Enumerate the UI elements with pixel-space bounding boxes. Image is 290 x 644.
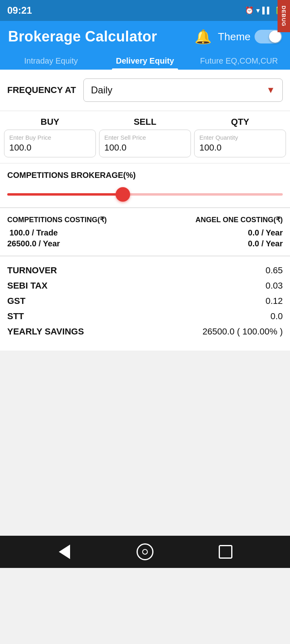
buy-column: BUY Enter Buy Price 100.0 <box>4 117 96 157</box>
savings-label: YEARLY SAVINGS <box>7 326 84 337</box>
sell-value: 100.0 <box>104 142 186 153</box>
turnover-label: TURNOVER <box>7 265 57 276</box>
stats-section: TURNOVER 0.65 SEBI TAX 0.03 GST 0.12 STT… <box>0 256 290 351</box>
frequency-row: FREQUENCY AT Daily ▼ <box>0 70 290 111</box>
competitions-costing-title: COMPETITIONS COSTING(₹) <box>7 215 107 224</box>
toggle-knob <box>269 31 281 43</box>
tab-bar: Intraday Equity Delivery Equity Future E… <box>0 51 290 70</box>
alarm-icon: ⏰ <box>245 6 254 15</box>
app-title: Brokerage Calculator <box>8 28 157 45</box>
turnover-value: 0.65 <box>265 265 283 276</box>
angel-value-year-1: 0.0 / Year <box>248 228 283 237</box>
tab-future-eq[interactable]: Future EQ,COM,CUR <box>192 51 286 70</box>
stt-value: 0.0 <box>270 311 283 322</box>
sebi-label: SEBI TAX <box>7 281 48 291</box>
sell-input-box[interactable]: Enter Sell Price 100.0 <box>99 130 191 157</box>
sell-placeholder: Enter Sell Price <box>104 134 186 141</box>
home-icon-inner <box>142 549 148 555</box>
competitions-value-trade: 100.0 / Trade <box>9 228 58 237</box>
tab-intraday-equity[interactable]: Intraday Equity <box>4 51 98 70</box>
time-display: 09:21 <box>7 5 32 16</box>
theme-section: Theme <box>218 30 282 43</box>
frequency-value: Daily <box>91 85 112 96</box>
nav-bar <box>0 536 290 568</box>
buy-placeholder: Enter Buy Price <box>9 134 91 141</box>
stat-row-savings: YEARLY SAVINGS 26500.0 ( 100.00% ) <box>7 326 283 337</box>
home-icon <box>137 543 153 560</box>
back-icon <box>59 545 70 559</box>
qty-input-box[interactable]: Enter Quantity 100.0 <box>194 130 286 157</box>
qty-column: QTY Enter Quantity 100.0 <box>194 117 286 157</box>
debug-banner: DEBUG <box>278 0 290 32</box>
wifi-icon: ▾ <box>256 6 260 15</box>
bottom-area <box>0 351 290 536</box>
dropdown-arrow-icon: ▼ <box>266 85 275 95</box>
nav-home-button[interactable] <box>135 542 155 562</box>
bell-icon[interactable]: 🔔 <box>195 29 211 45</box>
sell-column: SELL Enter Sell Price 100.0 <box>99 117 191 157</box>
stat-row-turnover: TURNOVER 0.65 <box>7 265 283 276</box>
slider-label: COMPETITIONS BROKERAGE(%) <box>7 171 283 180</box>
frequency-dropdown[interactable]: Daily ▼ <box>83 78 283 102</box>
stat-row-gst: GST 0.12 <box>7 296 283 306</box>
price-inputs-row: BUY Enter Buy Price 100.0 SELL Enter Sel… <box>0 111 290 163</box>
stat-row-stt: STT 0.0 <box>7 311 283 322</box>
app-bar: Brokerage Calculator 🔔 Theme <box>0 21 290 51</box>
angel-one-costing-title: ANGEL ONE COSTING(₹) <box>195 215 283 224</box>
sebi-value: 0.03 <box>265 281 283 291</box>
status-icons: ⏰ ▾ ▌▌ 🔋 <box>245 6 283 15</box>
costing-header: COMPETITIONS COSTING(₹) ANGEL ONE COSTIN… <box>7 215 283 224</box>
qty-value: 100.0 <box>199 142 281 153</box>
costing-values: 100.0 / Trade 26500.0 / Year 0.0 / Year … <box>7 228 283 248</box>
buy-input-box[interactable]: Enter Buy Price 100.0 <box>4 130 96 157</box>
stt-label: STT <box>7 311 24 322</box>
slider-fill <box>7 193 123 196</box>
savings-value: 26500.0 ( 100.00% ) <box>203 326 283 337</box>
qty-label: QTY <box>231 117 249 127</box>
stat-row-sebi: SEBI TAX 0.03 <box>7 281 283 291</box>
qty-placeholder: Enter Quantity <box>199 134 281 141</box>
nav-back-button[interactable] <box>54 542 75 562</box>
frequency-label: FREQUENCY AT <box>7 85 76 95</box>
sell-label: SELL <box>134 117 156 127</box>
main-content: FREQUENCY AT Daily ▼ BUY Enter Buy Price… <box>0 70 290 351</box>
recents-icon <box>219 545 232 559</box>
buy-value: 100.0 <box>9 142 91 153</box>
signal-icon: ▌▌ <box>262 7 271 14</box>
costing-section: COMPETITIONS COSTING(₹) ANGEL ONE COSTIN… <box>0 208 290 256</box>
slider-container[interactable] <box>7 187 283 202</box>
competitions-value-year: 26500.0 / Year <box>7 239 60 248</box>
app-bar-right: 🔔 Theme <box>195 29 282 45</box>
gst-value: 0.12 <box>265 296 283 306</box>
competitions-values-col: 100.0 / Trade 26500.0 / Year <box>7 228 60 248</box>
slider-thumb[interactable] <box>116 187 130 202</box>
nav-recents-button[interactable] <box>215 542 236 562</box>
buy-label: BUY <box>41 117 59 127</box>
theme-label: Theme <box>218 31 251 43</box>
slider-section: COMPETITIONS BROKERAGE(%) <box>0 163 290 208</box>
angel-value-year-2: 0.0 / Year <box>248 239 283 248</box>
tab-delivery-equity[interactable]: Delivery Equity <box>98 51 192 70</box>
slider-track <box>7 193 283 196</box>
gst-label: GST <box>7 296 25 306</box>
status-bar: 09:21 ⏰ ▾ ▌▌ 🔋 <box>0 0 290 21</box>
angel-values-col: 0.0 / Year 0.0 / Year <box>248 228 283 248</box>
